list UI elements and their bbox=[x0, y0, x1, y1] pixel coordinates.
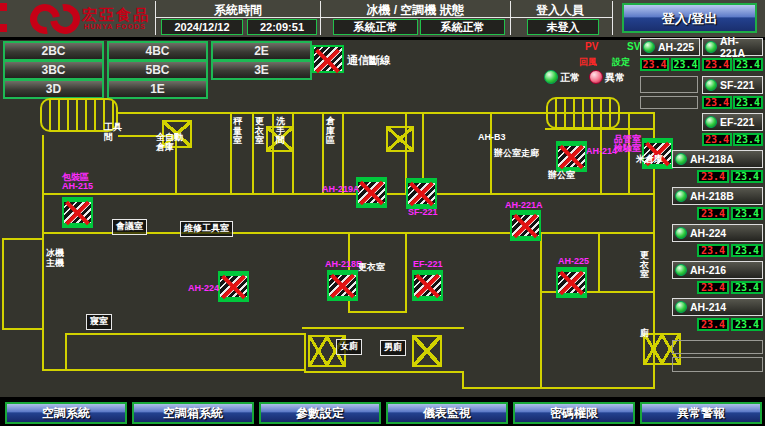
wall bbox=[348, 311, 407, 313]
plan-unit-label: SF-221 bbox=[408, 208, 438, 217]
unit-ah-225-button[interactable]: AH-225 bbox=[640, 38, 700, 56]
plan-ahu-sf-221-commfail-icon[interactable] bbox=[406, 178, 437, 209]
wall bbox=[628, 112, 630, 195]
unit-ah-224-button[interactable]: AH-224 bbox=[672, 224, 763, 242]
system-time-value: 22:09:51 bbox=[247, 19, 317, 35]
wall bbox=[42, 369, 306, 371]
status-led-icon bbox=[675, 264, 687, 276]
nav-button-2[interactable]: 空調箱系統 bbox=[132, 402, 254, 424]
unit-ah-225-pv-value: 23.4 bbox=[640, 58, 669, 71]
floor-button-3bc[interactable]: 3BC bbox=[3, 60, 104, 80]
wall bbox=[230, 112, 232, 195]
empty-slot bbox=[672, 340, 763, 354]
plan-unit-label: 品管室 檢驗室 bbox=[614, 135, 641, 153]
sv-caption: 設定 bbox=[612, 56, 630, 69]
top-bar: 宏亞食品 HUNYA FOODS 系統時間 2024/12/12 22:09:5… bbox=[0, 0, 765, 38]
plan-unit-label: AH-225 bbox=[558, 257, 589, 266]
floor-button-2e[interactable]: 2E bbox=[211, 41, 312, 61]
abnormal-label: 異常 bbox=[605, 71, 625, 85]
unit-ah-218a-pv-value: 23.4 bbox=[697, 170, 729, 183]
status-led-icon bbox=[675, 301, 687, 313]
nav-button-5[interactable]: 密碼權限 bbox=[513, 402, 635, 424]
nav-button-6[interactable]: 異常警報 bbox=[640, 402, 762, 424]
plan-unit-label: AH-219A bbox=[322, 185, 360, 194]
plan-ahu-ah-214-commfail-icon[interactable] bbox=[556, 141, 587, 172]
unit-name-label: AH-216 bbox=[690, 264, 726, 276]
unit-ah-216-button[interactable]: AH-216 bbox=[672, 261, 763, 279]
floor-plan: 包裝區 AH-215AH-224AH-219ASF-221AH-218BEF-2… bbox=[0, 93, 765, 397]
comm-fail-label: 通信斷線 bbox=[347, 53, 391, 68]
unit-ah-218a-button[interactable]: AH-218A bbox=[672, 150, 763, 168]
unit-ef-221-button[interactable]: EF-221 bbox=[702, 113, 763, 131]
unit-sf-221-pv-value: 23.4 bbox=[702, 96, 732, 109]
wall bbox=[540, 232, 542, 389]
unit-sf-221-button[interactable]: SF-221 bbox=[702, 76, 763, 94]
plan-ahu-ah-218b-commfail-icon[interactable] bbox=[327, 270, 358, 301]
plan-ahu-ah-224-commfail-icon[interactable] bbox=[218, 271, 249, 302]
unit-ah-218b-sv-value: 23.4 bbox=[731, 207, 763, 220]
plan-unit-label: AH-221A bbox=[505, 201, 543, 210]
door-x-icon bbox=[412, 335, 442, 367]
login-logout-button[interactable]: 登入/登出 bbox=[622, 3, 757, 33]
room-label: 更 衣 室 bbox=[640, 251, 649, 280]
floor-button-5bc[interactable]: 5BC bbox=[107, 60, 208, 80]
room-label: 更 衣 室 bbox=[255, 117, 264, 146]
wall bbox=[2, 238, 44, 240]
room-label: 米倉庫 bbox=[636, 155, 663, 165]
unit-name-label: AH-224 bbox=[690, 227, 726, 239]
unit-ah-221a-button[interactable]: AH-221A bbox=[702, 38, 763, 56]
unit-name-label: SF-221 bbox=[720, 79, 754, 91]
room-label: 洗 手 間 bbox=[276, 117, 285, 146]
stairs-icon bbox=[546, 97, 620, 129]
bottom-nav-bar: 空調系統空調箱系統參數設定儀表監視密碼權限異常警報 bbox=[0, 397, 765, 426]
sv-header: SV bbox=[627, 41, 640, 52]
nav-button-1[interactable]: 空調系統 bbox=[5, 402, 127, 424]
scada-screen: 宏亞食品 HUNYA FOODS 系統時間 2024/12/12 22:09:5… bbox=[0, 0, 765, 426]
unit-name-label: AH-225 bbox=[658, 41, 694, 53]
floor-button-4bc[interactable]: 4BC bbox=[107, 41, 208, 61]
unit-ah-216-sv-value: 23.4 bbox=[731, 281, 763, 294]
unit-ah-218b-button[interactable]: AH-218B bbox=[672, 187, 763, 205]
normal-led-icon bbox=[544, 70, 558, 84]
room-label: AH-B3 bbox=[478, 133, 506, 143]
plan-unit-label: EF-221 bbox=[413, 260, 443, 269]
room-label: 全自動 倉庫 bbox=[156, 133, 183, 152]
wall bbox=[600, 130, 602, 195]
unit-ah-214-button[interactable]: AH-214 bbox=[672, 298, 763, 316]
unit-name-label: AH-214 bbox=[690, 301, 726, 313]
red-accent bbox=[0, 3, 7, 11]
unit-ah-224-pv-value: 23.4 bbox=[697, 244, 729, 257]
room-label: 男廁 bbox=[380, 340, 406, 356]
plan-unit-label: 包裝區 AH-215 bbox=[62, 173, 93, 191]
room-label: 維修工具室 bbox=[180, 221, 233, 237]
status-led-icon bbox=[675, 153, 687, 165]
room-label: 廁 bbox=[640, 329, 649, 339]
plan-ahu-ah-221a-commfail-icon[interactable] bbox=[510, 210, 541, 241]
wall bbox=[304, 333, 306, 371]
x-glyph bbox=[310, 337, 327, 365]
wall bbox=[304, 371, 464, 373]
plan-ahu-ef-221-commfail-icon[interactable] bbox=[412, 270, 443, 301]
floor-button-2bc[interactable]: 2BC bbox=[3, 41, 104, 61]
brand-name-en: HUNYA FOODS bbox=[84, 23, 146, 30]
plan-ahu-ah-215-commfail-icon[interactable] bbox=[62, 197, 93, 228]
wall bbox=[2, 328, 44, 330]
plan-ahu-ah-225-commfail-icon[interactable] bbox=[556, 267, 587, 298]
wall bbox=[342, 112, 344, 195]
room-label: 工具 間 bbox=[104, 123, 122, 142]
unit-name-label: AH-218A bbox=[690, 153, 734, 165]
room-label: 冰機 主機 bbox=[46, 249, 64, 268]
unit-ef-221-pv-value: 23.4 bbox=[702, 133, 732, 146]
pv-caption: 回風 bbox=[579, 56, 597, 69]
floor-button-3e[interactable]: 3E bbox=[211, 60, 312, 80]
x-glyph bbox=[388, 128, 412, 150]
plan-ahu-ah-219a-commfail-icon[interactable] bbox=[356, 177, 387, 208]
plan-unit-label: AH-218B bbox=[325, 260, 363, 269]
nav-button-4[interactable]: 儀表監視 bbox=[386, 402, 508, 424]
red-accent bbox=[0, 24, 7, 32]
divider bbox=[155, 1, 156, 35]
login-user-value: 未登入 bbox=[527, 19, 599, 35]
x-glyph bbox=[645, 335, 662, 363]
room-label: 會議室 bbox=[112, 219, 147, 235]
nav-button-3[interactable]: 參數設定 bbox=[259, 402, 381, 424]
